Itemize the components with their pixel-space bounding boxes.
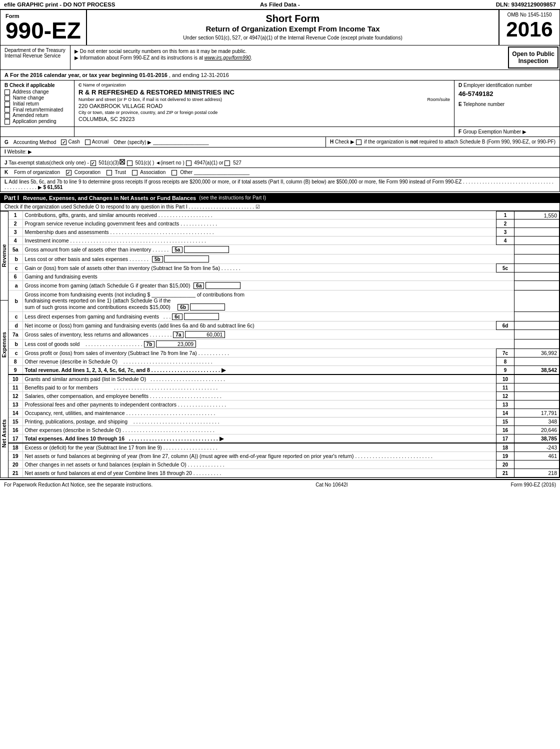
- cash-label: Cash: [68, 139, 80, 144]
- k-other-checkbox[interactable]: [172, 170, 177, 176]
- expenses-side-label: Expenses: [0, 300, 8, 389]
- address-label: Number and street (or P O box, if mail i…: [78, 97, 450, 102]
- section-f-right: F Group Exemption Number ▶: [454, 127, 560, 136]
- footer: For Paperwork Reduction Act Notice, see …: [0, 479, 560, 490]
- section-e-label: E Telephone number: [458, 102, 556, 107]
- part-i-subtitle: (see the instructions for Part I): [199, 195, 266, 200]
- table-row: 20 Other changes in net assets or fund b…: [8, 460, 560, 469]
- part-i-title: Revenue, Expenses, and Changes in Net As…: [23, 195, 196, 201]
- table-row: b Gross income from fundraising events (…: [8, 290, 560, 312]
- table-row: 21 Net assets or fund balances at end of…: [8, 469, 560, 478]
- table-row: d Net income or (loss) from gaming and f…: [8, 322, 560, 330]
- j-527-checkbox[interactable]: [224, 160, 230, 166]
- table-row: 2 Program service revenue including gove…: [8, 220, 560, 228]
- accrual-label: Accrual: [92, 139, 108, 144]
- org-address: 220 OAKBROOK VILLAGE ROAD: [78, 103, 450, 109]
- section-b: B Check if applicable Address change Nam…: [0, 80, 74, 126]
- open-inspection-box: Open to PublicInspection: [508, 46, 558, 68]
- section-j: J Tax-exempt status(check only one) - 50…: [0, 156, 560, 168]
- table-row: b Less cost or other basis and sales exp…: [8, 254, 560, 264]
- cash-checkbox[interactable]: [61, 140, 66, 145]
- net-assets-side-label: Net Assets: [0, 389, 8, 478]
- form-990ez: 990-EZ: [6, 19, 81, 42]
- table-row: 1 Contributions, gifts, grants, and simi…: [8, 211, 560, 220]
- table-row: 9 Total revenue. Add lines 1, 2, 3, 4, 5…: [8, 366, 560, 375]
- j-501c3-checkbox[interactable]: [90, 160, 96, 166]
- application-pending-checkbox[interactable]: [4, 119, 10, 124]
- table-row: 15 Printing, publications, postage, and …: [8, 418, 560, 426]
- k-assoc-checkbox[interactable]: [132, 170, 138, 176]
- section-d: D Employer identification number 46-5749…: [454, 80, 560, 126]
- title-line1: Short Form: [91, 13, 494, 24]
- table-row: c Gross profit or (loss) from sales of i…: [8, 349, 560, 358]
- form-title-center: Short Form Return of Organization Exempt…: [87, 10, 500, 45]
- title-line2: Return of Organization Exempt From Incom…: [91, 24, 494, 33]
- section-a-label: A: [4, 72, 8, 78]
- table-row: 19 Net assets or fund balances at beginn…: [8, 452, 560, 460]
- org-name: R & R REFRESHED & RESTORED MINISTRIES IN…: [78, 88, 450, 96]
- dln-label: DLN:: [496, 2, 510, 8]
- dln-number: 93492129009857: [511, 2, 556, 8]
- section-c: C Name of organization R & R REFRESHED &…: [74, 80, 454, 126]
- name-change-checkbox[interactable]: [4, 96, 10, 101]
- accounting-label: Accounting Method: [14, 140, 56, 145]
- section-l: L Add lines 5b, 6c, and 7b to line 9 to …: [0, 178, 560, 192]
- dept-line1: Department of the Treasury: [4, 48, 66, 53]
- as-filed-text: As Filed Data -: [260, 2, 300, 8]
- part-i-label: Part I: [4, 194, 19, 202]
- table-row: 4 Investment income . . . . . . . . . . …: [8, 236, 560, 245]
- table-row: 14 Occupancy, rent, utilities, and maint…: [8, 409, 560, 418]
- top-bar: efile GRAPHIC print - DO NOT PROCESS As …: [0, 0, 560, 10]
- table-row: 8 Other revenue (describe in Schedule O)…: [8, 358, 560, 366]
- org-city: COLUMBIA, SC 29223: [78, 116, 450, 122]
- table-row: 18 Excess or (deficit) for the year (Sub…: [8, 443, 560, 452]
- table-row: 6 Gaming and fundraising events: [8, 272, 560, 281]
- accrual-checkbox[interactable]: [85, 140, 90, 145]
- table-row: c Gain or (loss) from sale of assets oth…: [8, 264, 560, 272]
- check-line: Check if the organization used Schedule …: [0, 203, 560, 211]
- efile-label: efile GRAPHIC print - DO NOT PROCESS: [4, 2, 188, 8]
- section-k: K Form of organization Corporation Trust…: [0, 168, 560, 178]
- k-corp-checkbox[interactable]: [66, 170, 72, 176]
- table-row: a Gross income from gaming (attach Sched…: [8, 281, 560, 290]
- table-row: 11 Benefits paid to or for members . . .…: [8, 384, 560, 392]
- table-row: 7a Gross sales of inventory, less return…: [8, 330, 560, 340]
- final-return-checkbox[interactable]: [4, 107, 10, 112]
- section-a-ending: , and ending 12-31-2016: [169, 72, 229, 78]
- table-row: 16 Other expenses (describe in Schedule …: [8, 426, 560, 434]
- notice-section: ▶ Do not enter social security numbers o…: [70, 46, 507, 70]
- as-filed-label: As Filed Data -: [188, 2, 372, 8]
- section-f: [74, 127, 454, 136]
- address-change-checkbox[interactable]: [4, 90, 10, 95]
- table-row: 3 Membership dues and assessments . . . …: [8, 228, 560, 236]
- dept-line2: Internal Revenue Service: [4, 53, 66, 58]
- section-g: G Accounting Method Cash Accrual Other (…: [0, 137, 326, 147]
- table-row: 5a Gross amount from sale of assets othe…: [8, 245, 560, 254]
- title-subtitle: Under section 501(c), 527, or 4947(a)(1)…: [91, 35, 494, 40]
- k-trust-checkbox[interactable]: [106, 170, 112, 176]
- amended-return-checkbox[interactable]: [4, 113, 10, 118]
- year-number: 2016: [504, 18, 556, 42]
- omb-label: OMB No 1545-1150: [504, 12, 556, 18]
- section-ef-filler: [0, 127, 74, 136]
- part-i-header: Part I Revenue, Expenses, and Changes in…: [0, 193, 560, 203]
- notice-line1: ▶ Do not enter social security numbers o…: [74, 48, 503, 54]
- other-label: Other (specify) ▶ ____________________: [114, 140, 208, 145]
- j-501c-checkbox[interactable]: [127, 160, 132, 166]
- section-a-text: For the 2016 calendar year, or tax year …: [10, 72, 168, 78]
- section-i: I Website: ▶: [0, 148, 560, 156]
- table-row: b Less cost of goods sold . . . . . . . …: [8, 340, 560, 349]
- footer-center: Cat No 10642I: [316, 482, 348, 488]
- form-number-box: Form 990-EZ: [0, 10, 87, 45]
- table-row: 10 Grants and similar amounts paid (list…: [8, 374, 560, 384]
- section-a: A For the 2016 calendar year, or tax yea…: [0, 70, 560, 80]
- j-4947-checkbox[interactable]: [186, 160, 192, 166]
- section-h: H Check ▶ if the organization is not req…: [326, 137, 560, 147]
- initial-return-checkbox[interactable]: [4, 102, 10, 107]
- footer-left: For Paperwork Reduction Act Notice, see …: [4, 482, 152, 488]
- table-row: 13 Professional fees and other payments …: [8, 400, 560, 409]
- dln-section: DLN: 93492129009857: [372, 2, 556, 8]
- h-checkbox[interactable]: [356, 140, 362, 145]
- table-row: 17 Total expenses. Add lines 10 through …: [8, 434, 560, 444]
- revenue-side-label: Revenue: [0, 211, 8, 300]
